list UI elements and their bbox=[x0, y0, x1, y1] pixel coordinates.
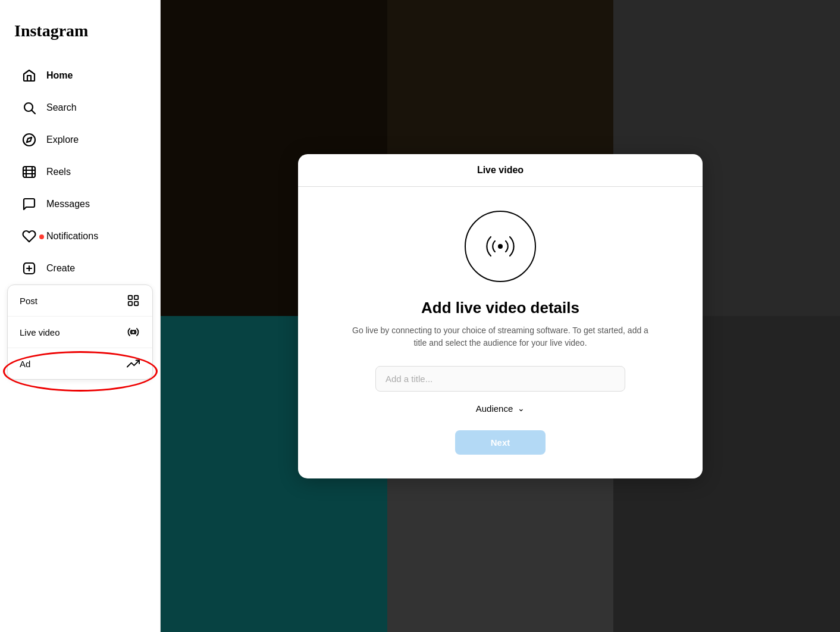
explore-icon bbox=[21, 132, 37, 148]
modal-body: Add live video details Go live by connec… bbox=[298, 187, 703, 478]
sidebar-item-explore[interactable]: Explore bbox=[7, 125, 153, 155]
main-content: Live video Add live vid bbox=[161, 0, 840, 632]
modal-description: Go live by connecting to your choice of … bbox=[352, 324, 649, 349]
submenu-item-ad[interactable]: Ad bbox=[8, 348, 152, 379]
sidebar-item-search[interactable]: Search bbox=[7, 93, 153, 123]
sidebar: Instagram Home Search bbox=[0, 0, 161, 632]
submenu-ad-label: Ad bbox=[20, 359, 30, 369]
messages-icon bbox=[21, 196, 37, 212]
sidebar-item-home-label: Home bbox=[46, 70, 73, 81]
logo: Instagram bbox=[0, 12, 160, 55]
notification-badge bbox=[39, 234, 44, 239]
submenu-item-live-video[interactable]: Live video bbox=[8, 317, 152, 348]
svg-point-12 bbox=[131, 330, 135, 334]
sidebar-item-search-label: Search bbox=[46, 102, 77, 113]
create-submenu: Post Live video bbox=[7, 284, 153, 380]
next-button[interactable]: Next bbox=[455, 430, 546, 455]
post-icon bbox=[126, 293, 140, 308]
home-icon bbox=[21, 68, 37, 83]
modal-header: Live video bbox=[298, 154, 703, 187]
svg-rect-11 bbox=[128, 302, 132, 305]
live-video-modal: Live video Add live vid bbox=[298, 154, 703, 478]
live-video-icon bbox=[126, 325, 140, 339]
sidebar-item-notifications-label: Notifications bbox=[46, 231, 98, 242]
sidebar-nav: Home Search Explore bbox=[0, 60, 160, 620]
sidebar-item-create-label: Create bbox=[46, 263, 75, 274]
ad-icon bbox=[126, 356, 140, 371]
submenu-post-label: Post bbox=[20, 296, 37, 306]
sidebar-item-home[interactable]: Home bbox=[7, 61, 153, 90]
svg-line-1 bbox=[32, 111, 36, 114]
svg-rect-10 bbox=[134, 302, 138, 305]
modal-backdrop: Live video Add live vid bbox=[161, 0, 840, 632]
modal-title: Live video bbox=[477, 165, 524, 175]
live-broadcast-icon-circle bbox=[465, 211, 536, 282]
create-icon bbox=[21, 261, 37, 276]
sidebar-item-reels-label: Reels bbox=[46, 167, 71, 177]
svg-point-13 bbox=[498, 244, 503, 249]
audience-label: Audience bbox=[476, 403, 513, 414]
submenu-live-video-label: Live video bbox=[20, 327, 60, 337]
search-icon bbox=[21, 100, 37, 115]
svg-rect-9 bbox=[134, 296, 138, 299]
svg-point-2 bbox=[23, 134, 35, 146]
title-input[interactable] bbox=[375, 366, 625, 392]
sidebar-item-messages[interactable]: Messages bbox=[7, 189, 153, 219]
sidebar-item-reels[interactable]: Reels bbox=[7, 157, 153, 187]
sidebar-item-explore-label: Explore bbox=[46, 134, 79, 145]
submenu-item-post[interactable]: Post bbox=[8, 285, 152, 317]
notifications-icon bbox=[21, 229, 37, 244]
svg-marker-3 bbox=[27, 137, 32, 142]
sidebar-item-create[interactable]: Create bbox=[7, 254, 153, 283]
sidebar-item-notifications[interactable]: Notifications bbox=[7, 221, 153, 251]
modal-heading: Add live video details bbox=[421, 299, 579, 317]
audience-selector[interactable]: Audience ⌄ bbox=[476, 403, 525, 414]
chevron-down-icon: ⌄ bbox=[518, 403, 525, 413]
svg-rect-8 bbox=[128, 296, 132, 299]
reels-icon bbox=[21, 164, 37, 180]
sidebar-item-messages-label: Messages bbox=[46, 199, 90, 209]
svg-rect-4 bbox=[23, 167, 35, 177]
